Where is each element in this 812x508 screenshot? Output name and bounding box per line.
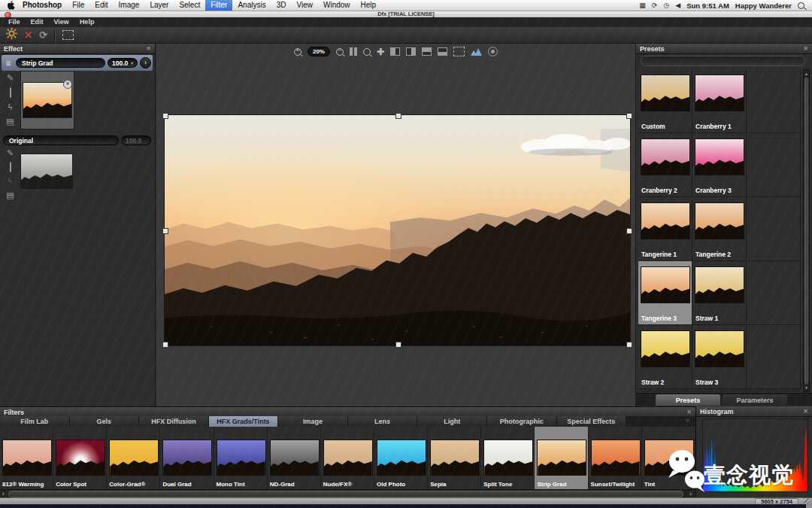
filter-tab-hfx-grads-tints[interactable]: HFX Grads/Tints	[209, 416, 279, 427]
filter-tab-special-effects[interactable]: Special Effects	[557, 416, 627, 427]
resize-handle[interactable]	[162, 228, 168, 234]
preset-item-cranberry-2[interactable]: Cranberry 2	[638, 133, 692, 197]
fit-frame-icon[interactable]	[453, 47, 465, 56]
filter-tab-photographic[interactable]: Photographic	[487, 416, 557, 427]
expand-chevron-icon[interactable]: ›	[140, 57, 151, 68]
filter-item-sunset-twilight[interactable]: Sunset/Twilight	[589, 427, 642, 489]
pan-icon[interactable]: ✚	[377, 47, 384, 56]
preset-search-field[interactable]	[641, 56, 805, 66]
histogram-toggle-icon[interactable]	[471, 45, 482, 59]
filter-tab-hfx-diffusion[interactable]: HFX Diffusion	[139, 416, 209, 427]
presets-scrollbar[interactable]: ▲ ▼	[803, 69, 810, 392]
original-name-field[interactable]: Original	[3, 135, 119, 145]
filter-tab-light[interactable]: Light	[417, 416, 487, 427]
settings-gear-icon[interactable]	[6, 28, 17, 42]
preset-item-tangerine-1[interactable]: Tangerine 1	[638, 197, 692, 261]
macos-menu-window[interactable]: Window	[318, 0, 356, 11]
macos-menu-layer[interactable]: Layer	[144, 0, 174, 11]
menubar-user[interactable]: Happy Wanderer	[735, 2, 792, 10]
reset-icon[interactable]: ⟳	[39, 30, 47, 41]
preset-item-tangerine-3[interactable]: Tangerine 3	[638, 261, 692, 325]
app-menu-file[interactable]: File	[3, 17, 26, 27]
filter-item-nd-grad[interactable]: ND-Grad	[268, 427, 321, 489]
macos-menu-photoshop[interactable]: Photoshop	[17, 0, 67, 11]
macos-menu-edit[interactable]: Edit	[89, 0, 113, 11]
presets-panel-close-icon[interactable]: ✕	[803, 45, 808, 52]
macos-menu-file[interactable]: File	[67, 0, 89, 11]
resize-handle[interactable]	[162, 342, 168, 348]
macos-menu-3d[interactable]: 3D	[271, 0, 292, 11]
macos-menu-select[interactable]: Select	[174, 0, 205, 11]
menubar-clock[interactable]: Sun 9:51 AM	[686, 2, 729, 10]
filter-item-split-tone[interactable]: Split Tone	[481, 427, 535, 489]
apple-menu-icon[interactable]	[8, 1, 15, 10]
macos-menu-view[interactable]: View	[291, 0, 318, 11]
edit-original-icon[interactable]: ✎	[4, 148, 17, 159]
scroll-down-icon[interactable]: ▼	[804, 385, 809, 390]
preset-item-straw-2[interactable]: Straw 2	[638, 325, 692, 389]
region-zoom-icon[interactable]	[363, 48, 371, 56]
filter-tab-image[interactable]: Image	[278, 416, 348, 427]
compare-split-icon[interactable]	[350, 47, 357, 56]
filter-item-mono-tint[interactable]: Mono Tint	[214, 427, 268, 489]
sync-tray-icon[interactable]: ⟳	[652, 2, 658, 9]
zoom-in-icon[interactable]	[294, 48, 301, 56]
spotlight-search-icon[interactable]	[798, 2, 804, 9]
preset-item-tangerine-2[interactable]: Tangerine 2	[692, 197, 747, 261]
view-options-icon[interactable]: ⁘	[684, 417, 691, 424]
filter-item-sepia[interactable]: Sepia	[428, 427, 481, 489]
zoom-out-icon[interactable]	[336, 48, 344, 56]
scroll-up-icon[interactable]: ▲	[804, 71, 809, 76]
preset-item-straw-1[interactable]: Straw 1	[692, 261, 747, 325]
cancel-icon[interactable]: ✕	[24, 30, 32, 41]
resize-handle[interactable]	[395, 342, 401, 348]
effect-layer-row[interactable]: ≣ Strip Grad 100.0 ▾ ›	[2, 55, 153, 71]
original-layer-row[interactable]: Original 100.0	[2, 132, 153, 148]
filter-item-dual-grad[interactable]: Dual Grad	[160, 427, 214, 489]
filter-tab-lens[interactable]: Lens	[348, 416, 418, 427]
edit-effect-icon[interactable]: ✎	[4, 72, 17, 84]
filter-item-color-spot[interactable]: Color Spot	[53, 427, 107, 489]
filter-tab-film-lab[interactable]: Film Lab	[0, 416, 70, 427]
clock-tray-icon[interactable]: ◷	[663, 2, 669, 9]
histogram-panel-close-icon[interactable]: ✕	[803, 408, 808, 415]
filter-item-nude-fx[interactable]: Nude/FX®	[321, 427, 374, 489]
zoom-level-badge[interactable]: 20%	[308, 47, 330, 56]
original-monitor-icon[interactable]	[4, 162, 17, 173]
macos-menu-image[interactable]: Image	[114, 0, 145, 11]
filter-item-812-warming[interactable]: 812® Warming	[0, 427, 53, 489]
split-horizontal-top-icon[interactable]	[422, 47, 432, 56]
render-lightning-icon[interactable]: ϟ	[4, 102, 17, 113]
scrollbar-thumb[interactable]	[804, 78, 808, 384]
resize-handle[interactable]	[395, 113, 401, 119]
volume-tray-icon[interactable]: ◀	[675, 2, 680, 9]
macos-menu-analysis[interactable]: Analysis	[232, 0, 271, 11]
preview-image[interactable]	[164, 114, 631, 346]
app-menu-help[interactable]: Help	[74, 17, 100, 27]
preset-item-straw-3[interactable]: Straw 3	[692, 325, 747, 389]
original-thumbnail[interactable]	[20, 154, 73, 189]
scrollbar-thumb[interactable]	[8, 491, 683, 497]
effect-thumbnail-well[interactable]: ✕	[20, 71, 74, 129]
remove-effect-icon[interactable]: ✕	[63, 80, 72, 89]
resize-handle[interactable]	[162, 113, 168, 119]
filter-item-color-grad[interactable]: Color-Grad®	[107, 427, 160, 489]
tab-parameters[interactable]: Parameters	[723, 394, 787, 406]
original-layers-icon[interactable]: ▤	[4, 190, 17, 201]
macos-menu-help[interactable]: Help	[356, 0, 382, 11]
effect-opacity-field[interactable]: 100.0 ▾	[108, 58, 138, 68]
preview-circle-icon[interactable]	[488, 47, 498, 56]
filters-panel-close-icon[interactable]: ✕	[686, 409, 692, 415]
app-menu-edit[interactable]: Edit	[26, 17, 49, 27]
macos-menu-filter[interactable]: Filter	[205, 0, 232, 11]
resize-handle[interactable]	[626, 228, 632, 234]
preset-item-cranberry-3[interactable]: Cranberry 3	[692, 133, 747, 197]
effect-name-field[interactable]: Strip Grad	[16, 58, 105, 68]
split-vertical-left-icon[interactable]	[390, 47, 400, 56]
split-vertical-right-icon[interactable]	[406, 47, 416, 56]
preview-monitor-icon[interactable]	[4, 87, 17, 99]
resize-handle[interactable]	[626, 342, 632, 348]
resize-handle[interactable]	[626, 113, 632, 119]
tab-presets[interactable]: Presets	[656, 394, 720, 406]
effect-panel-close-icon[interactable]: ✕	[146, 45, 151, 52]
